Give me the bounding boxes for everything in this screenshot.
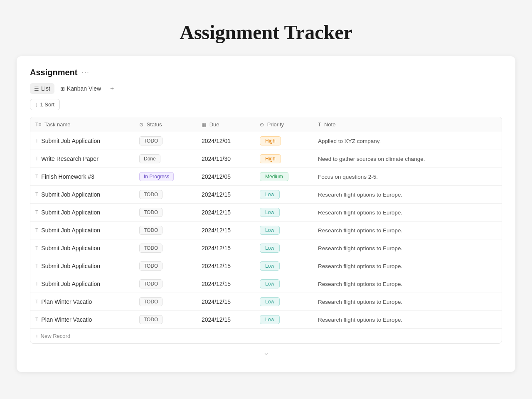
status-cell: TODO: [134, 186, 197, 204]
table-row[interactable]: TPlan Winter VacatioTODO2024/12/15LowRes…: [30, 293, 502, 311]
priority-badge[interactable]: Low: [260, 261, 280, 271]
task-type-icon: T: [35, 138, 38, 144]
priority-col-icon: ⊙: [260, 122, 264, 128]
due-cell: 2024/12/15: [197, 311, 255, 329]
due-cell: 2024/12/15: [197, 293, 255, 311]
table-row[interactable]: TSubmit Job ApplicationTODO2024/12/15Low…: [30, 257, 502, 275]
task-type-icon: T: [35, 299, 38, 305]
table-row[interactable]: TWrite Research PaperDone2024/11/30HighN…: [30, 150, 502, 168]
col-status-label: Status: [147, 121, 162, 128]
status-badge[interactable]: In Progress: [139, 172, 174, 181]
status-cell: In Progress: [134, 168, 197, 186]
plus-icon: +: [35, 333, 39, 339]
priority-badge[interactable]: High: [260, 154, 281, 163]
table-row[interactable]: TFinish Homework #3In Progress2024/12/05…: [30, 168, 502, 186]
priority-cell: Low: [255, 311, 313, 329]
status-cell: TODO: [134, 311, 197, 329]
new-record-row: +New Record: [30, 329, 502, 344]
priority-badge[interactable]: Low: [260, 297, 280, 306]
status-badge[interactable]: Done: [139, 154, 160, 163]
task-cell: TPlan Winter Vacatio: [30, 311, 134, 329]
note-cell: Research flight options to Europe.: [313, 222, 502, 239]
col-header-priority: ⊙ Priority: [255, 117, 313, 132]
task-name: Submit Job Application: [41, 263, 100, 269]
status-badge[interactable]: TODO: [139, 244, 163, 253]
priority-badge[interactable]: Low: [260, 279, 280, 288]
priority-badge[interactable]: Medium: [260, 172, 288, 181]
priority-badge[interactable]: Low: [260, 190, 280, 199]
sort-icon: ↕: [35, 101, 38, 108]
table-row[interactable]: TSubmit Job ApplicationTODO2024/12/15Low…: [30, 275, 502, 293]
status-badge[interactable]: TODO: [139, 190, 163, 199]
task-type-icon: T: [35, 281, 38, 287]
list-icon: ☰: [34, 86, 39, 92]
table-row[interactable]: TSubmit Job ApplicationTODO2024/12/15Low…: [30, 186, 502, 204]
note-cell: Focus on questions 2-5.: [313, 168, 502, 186]
task-name: Plan Winter Vacatio: [41, 298, 92, 305]
priority-badge[interactable]: Low: [260, 208, 280, 217]
priority-badge[interactable]: Low: [260, 244, 280, 253]
task-cell: TSubmit Job Application: [30, 132, 134, 150]
card-menu-button[interactable]: ···: [81, 69, 89, 76]
due-col-icon: ▦: [202, 122, 206, 128]
table-row[interactable]: TSubmit Job ApplicationTODO2024/12/01Hig…: [30, 132, 502, 150]
col-header-due: ▦ Due: [197, 117, 255, 132]
add-view-button[interactable]: +: [107, 83, 117, 94]
tab-kanban[interactable]: ⊞ Kanban View: [56, 83, 105, 94]
table-row[interactable]: TSubmit Job ApplicationTODO2024/12/15Low…: [30, 204, 502, 222]
status-badge[interactable]: TODO: [139, 315, 163, 324]
task-name: Write Research Paper: [41, 155, 98, 162]
status-cell: TODO: [134, 257, 197, 275]
table-row[interactable]: TPlan Winter VacatioTODO2024/12/15LowRes…: [30, 311, 502, 329]
priority-cell: Low: [255, 204, 313, 222]
priority-badge[interactable]: High: [260, 136, 281, 145]
status-badge[interactable]: TODO: [139, 261, 163, 271]
status-badge[interactable]: TODO: [139, 208, 163, 217]
card-header: Assignment ···: [30, 68, 502, 77]
status-badge[interactable]: TODO: [139, 297, 163, 306]
task-cell: TSubmit Job Application: [30, 275, 134, 293]
status-badge[interactable]: TODO: [139, 136, 163, 145]
tab-kanban-label: Kanban View: [67, 85, 101, 92]
priority-cell: Low: [255, 275, 313, 293]
note-cell: Applied to XYZ company.: [313, 132, 502, 150]
status-badge[interactable]: TODO: [139, 279, 163, 288]
note-cell: Research flight options to Europe.: [313, 275, 502, 293]
task-cell: TFinish Homework #3: [30, 168, 134, 186]
priority-cell: Low: [255, 293, 313, 311]
task-name: Submit Job Application: [41, 245, 100, 251]
priority-badge[interactable]: Low: [260, 315, 280, 324]
table-row[interactable]: TSubmit Job ApplicationTODO2024/12/15Low…: [30, 239, 502, 257]
priority-cell: High: [255, 132, 313, 150]
sort-button[interactable]: ↕ 1 Sort: [30, 99, 60, 110]
status-badge[interactable]: TODO: [139, 226, 163, 235]
task-cell: TSubmit Job Application: [30, 239, 134, 257]
tab-list[interactable]: ☰ List: [30, 83, 54, 94]
table-row[interactable]: TSubmit Job ApplicationTODO2024/12/15Low…: [30, 222, 502, 239]
note-cell: Research flight options to Europe.: [313, 239, 502, 257]
task-name: Submit Job Application: [41, 138, 100, 144]
sort-label: 1 Sort: [40, 101, 55, 108]
due-cell: 2024/12/15: [197, 257, 255, 275]
col-header-task: T≡ Task name: [30, 117, 134, 132]
status-cell: TODO: [134, 293, 197, 311]
task-name: Submit Job Application: [41, 227, 100, 234]
note-cell: Need to gather sources on climate change…: [313, 150, 502, 168]
note-cell: Research flight options to Europe.: [313, 293, 502, 311]
task-name: Submit Job Application: [41, 209, 100, 216]
priority-cell: Low: [255, 222, 313, 239]
view-tabs: ☰ List ⊞ Kanban View +: [30, 83, 502, 94]
task-type-icon: T: [35, 192, 38, 197]
assignment-card: Assignment ··· ☰ List ⊞ Kanban View + ↕ …: [17, 56, 515, 372]
priority-badge[interactable]: Low: [260, 226, 280, 235]
status-cell: TODO: [134, 222, 197, 239]
due-cell: 2024/12/15: [197, 275, 255, 293]
task-type-icon: T: [35, 174, 38, 180]
due-cell: 2024/12/01: [197, 132, 255, 150]
assignment-table: T≡ Task name ⊙ Status ▦ Due ⊙ Priority: [30, 117, 502, 343]
task-name: Submit Job Application: [41, 281, 100, 287]
task-name: Finish Homework #3: [41, 173, 94, 180]
new-record-button[interactable]: +New Record: [35, 333, 70, 339]
col-header-status: ⊙ Status: [134, 117, 197, 132]
data-table-container: T≡ Task name ⊙ Status ▦ Due ⊙ Priority: [30, 117, 502, 344]
